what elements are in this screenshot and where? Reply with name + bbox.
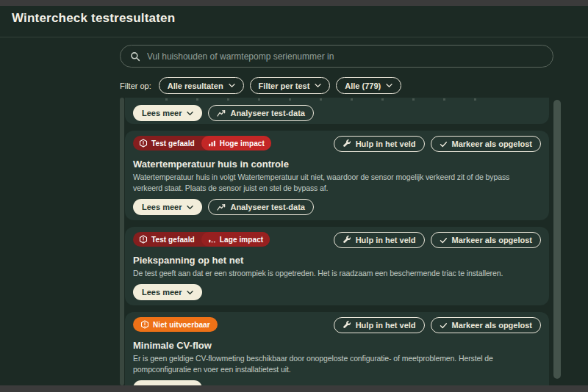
chevron-down-icon xyxy=(386,83,392,88)
mark-resolved-label: Markeer als opgelost xyxy=(452,321,532,330)
impact-badge-high: Hoge impact xyxy=(201,136,271,150)
filter-dropdown-test-label: Filter per test xyxy=(259,81,310,90)
impact-badge-label: Hoge impact xyxy=(220,139,265,148)
chevron-down-icon xyxy=(187,205,193,210)
status-badge-label: Test gefaald xyxy=(151,236,195,244)
field-help-button[interactable]: Hulp in het veld xyxy=(334,232,425,248)
clipped-text-remnant xyxy=(165,98,505,101)
result-card-watertemperatuur: Test gefaald Hoge impact Hulp in het vel… xyxy=(125,131,549,220)
window-chrome-bottom xyxy=(0,385,588,392)
chevron-down-icon xyxy=(315,83,321,88)
mark-resolved-label: Markeer als opgelost xyxy=(452,139,532,148)
card-title: Minimale CV-flow xyxy=(133,340,541,351)
card-description: De test geeft aan dat er een stroompiek … xyxy=(133,268,541,279)
analyze-test-data-button[interactable]: Analyseer test-data xyxy=(208,199,314,215)
window-chrome-top xyxy=(0,0,588,6)
read-more-button[interactable]: Lees meer xyxy=(133,199,202,215)
status-badge-not-executable: Niet uitvoerbaar xyxy=(133,317,218,332)
filter-dropdown-count-label: Alle (779) xyxy=(345,81,381,90)
impact-badge-label: Lage impact xyxy=(220,236,263,244)
wrench-icon xyxy=(343,236,351,244)
read-more-button[interactable]: Lees meer xyxy=(133,284,202,300)
field-help-label: Hulp in het veld xyxy=(356,139,416,148)
result-card-cv-flow: Niet uitvoerbaar Hulp in het veld Markee… xyxy=(125,312,549,385)
page-title: Wintercheck testresultaten xyxy=(12,11,175,26)
read-more-label: Lees meer xyxy=(142,288,182,297)
search-icon xyxy=(130,51,140,62)
filter-dropdown-count[interactable]: Alle (779) xyxy=(336,77,401,94)
analyze-test-data-label: Analyseer test-data xyxy=(230,109,305,117)
mark-resolved-button[interactable]: Markeer als opgelost xyxy=(431,232,541,248)
card-description: Watertemperatuur huis in volgt Watertemp… xyxy=(133,172,541,194)
wrench-icon xyxy=(343,139,351,148)
results-list: Lees meer Analyseer test-data Test gefaa… xyxy=(125,98,549,385)
mark-resolved-button[interactable]: Markeer als opgelost xyxy=(431,317,541,333)
impact-badge-low: Lage impact xyxy=(201,232,270,247)
chevron-down-icon xyxy=(229,83,235,88)
check-icon xyxy=(440,236,448,244)
field-help-label: Hulp in het veld xyxy=(356,321,416,330)
warning-icon xyxy=(139,235,148,244)
result-card-piekspanning: Test gefaald Lage impact Hulp in het vel… xyxy=(125,227,549,305)
chevron-down-icon xyxy=(187,290,193,295)
card-title: Watertemperatuur huis in controle xyxy=(133,159,541,170)
vertical-scrollbar[interactable] xyxy=(553,100,561,379)
filter-dropdown-results-label: Alle resultaten xyxy=(168,81,223,90)
mark-resolved-button[interactable]: Markeer als opgelost xyxy=(431,136,541,152)
filter-dropdown-test[interactable]: Filter per test xyxy=(250,77,331,94)
filter-label: Filter op: xyxy=(120,81,151,90)
check-icon xyxy=(440,140,448,148)
card-description: Er is geen geldige CV-flowmeting beschik… xyxy=(133,353,541,375)
field-help-label: Hulp in het veld xyxy=(356,236,416,244)
filter-dropdown-results[interactable]: Alle resultaten xyxy=(159,77,244,94)
bars-high-icon xyxy=(208,139,216,148)
field-help-button[interactable]: Hulp in het veld xyxy=(334,317,425,333)
bars-low-icon xyxy=(208,236,216,244)
trend-line-icon xyxy=(217,109,226,117)
results-scroll-area: Lees meer Analyseer test-data Test gefaa… xyxy=(120,98,561,385)
read-more-label: Lees meer xyxy=(142,109,182,117)
analyze-test-data-label: Analyseer test-data xyxy=(230,203,305,211)
status-badge-failed: Test gefaald Hoge impact xyxy=(133,136,271,150)
card-title: Piekspanning op het net xyxy=(133,255,541,266)
trend-line-icon xyxy=(217,203,226,211)
warning-icon xyxy=(140,320,149,329)
read-more-label: Lees meer xyxy=(142,203,182,211)
status-badge-label: Test gefaald xyxy=(151,139,195,148)
scroll-track-left xyxy=(120,98,124,385)
status-badge-label: Niet uitvoerbaar xyxy=(153,321,210,329)
read-more-button[interactable]: Lees meer xyxy=(133,380,202,385)
field-help-button[interactable]: Hulp in het veld xyxy=(334,136,425,152)
mark-resolved-label: Markeer als opgelost xyxy=(452,236,532,244)
read-more-button[interactable]: Lees meer xyxy=(133,105,202,121)
search-bar[interactable] xyxy=(120,45,553,68)
check-icon xyxy=(440,322,448,330)
warning-icon xyxy=(139,139,148,148)
filter-row: Filter op: Alle resultaten Filter per te… xyxy=(120,77,401,94)
chevron-down-icon xyxy=(187,111,193,116)
header-divider xyxy=(0,37,588,37)
status-badge-failed: Test gefaald Lage impact xyxy=(133,232,270,247)
result-card-clipped: Lees meer Analyseer test-data xyxy=(125,98,549,124)
search-input[interactable] xyxy=(147,51,543,62)
analyze-test-data-button[interactable]: Analyseer test-data xyxy=(208,105,314,121)
wrench-icon xyxy=(343,321,351,330)
